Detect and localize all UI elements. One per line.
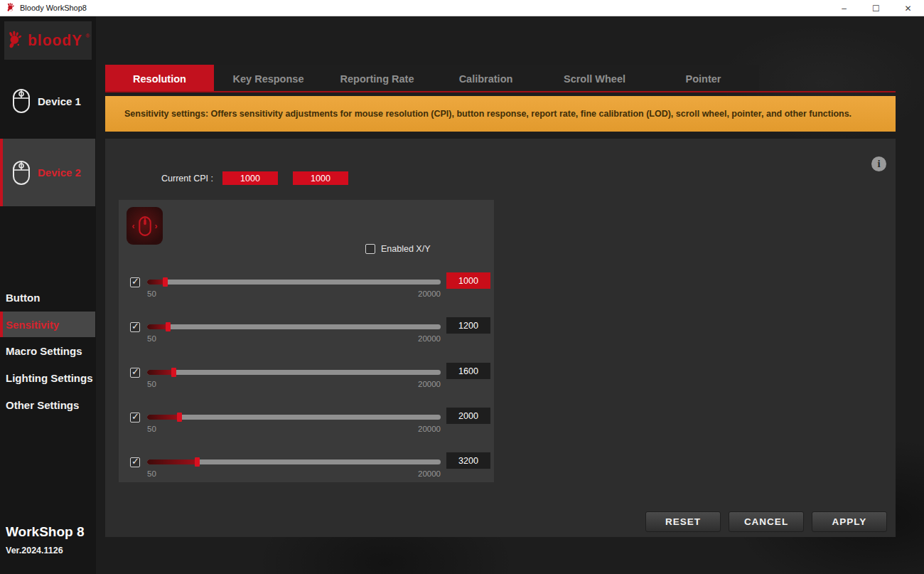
- sidebar-item-button[interactable]: Button: [0, 285, 96, 310]
- minimize-button[interactable]: –: [828, 0, 860, 16]
- cpi-row-5-value[interactable]: 3200: [446, 452, 490, 469]
- sidebar-item-sensitivity[interactable]: Sensitivity: [0, 312, 95, 337]
- cpi-row-3-slider[interactable]: [147, 370, 441, 375]
- slider-max-label: 20000: [299, 425, 441, 433]
- slider-fill: [147, 370, 174, 375]
- arrow-right-icon: ›: [155, 221, 158, 231]
- cpi-row-1-checkbox[interactable]: [130, 277, 140, 287]
- sidebar-item-other-settings[interactable]: Other Settings: [0, 392, 96, 418]
- cancel-button[interactable]: CANCEL: [729, 511, 804, 532]
- cpi-value-button-2[interactable]: 1000: [293, 171, 348, 185]
- tab-underline: [105, 91, 896, 92]
- sidebar-item-device-2[interactable]: Device 2: [0, 139, 95, 206]
- cpi-row-4-checkbox[interactable]: [130, 413, 140, 422]
- cpi-row-5-checkbox[interactable]: [130, 457, 140, 467]
- cpi-slider-row-2: 1200 50 20000: [119, 319, 494, 347]
- slider-min-label: 50: [147, 380, 156, 388]
- slider-fill: [147, 280, 166, 285]
- cpi-row-4-slider[interactable]: [147, 415, 441, 420]
- banner-text: Sensitivity settings: Offers sensitivity…: [124, 109, 852, 119]
- workshop-title: WorkShop 8: [6, 524, 85, 540]
- sidebar-item-device-1[interactable]: Device 1: [0, 77, 95, 125]
- bloody-logo-reg: ®: [85, 33, 90, 39]
- mouse-xy-icon[interactable]: ‹ ›: [127, 207, 163, 245]
- slider-fill: [147, 415, 180, 420]
- slider-thumb[interactable]: [195, 457, 200, 467]
- cpi-row-2-checkbox[interactable]: [130, 322, 140, 332]
- cpi-row-2-slider[interactable]: [147, 324, 441, 329]
- cpi-row-3-value[interactable]: 1600: [446, 363, 490, 379]
- tab-label: Calibration: [459, 73, 513, 85]
- tab-label: Resolution: [133, 73, 186, 85]
- tab-calibration[interactable]: Calibration: [431, 65, 540, 92]
- device-2-label: Device 2: [38, 166, 81, 179]
- slider-fill: [147, 324, 168, 329]
- slider-max-label: 20000: [299, 289, 441, 298]
- workshop-version: Ver.2024.1126: [6, 546, 63, 556]
- info-banner: Sensitivity settings: Offers sensitivity…: [105, 96, 896, 132]
- main-content: Resolution Key Response Reporting Rate C…: [96, 16, 924, 574]
- device-1-label: Device 1: [38, 95, 81, 107]
- cpi-slider-row-5: 3200 50 20000: [119, 454, 494, 482]
- slider-max-label: 20000: [299, 469, 441, 478]
- bloody-logo: bloodY ®: [4, 21, 92, 60]
- slider-thumb[interactable]: [177, 413, 182, 422]
- tab-key-response[interactable]: Key Response: [214, 65, 323, 92]
- tab-scroll-wheel[interactable]: Scroll Wheel: [540, 65, 649, 92]
- enabled-xy-label: Enabled X/Y: [381, 244, 431, 254]
- mouse-icon: [11, 160, 31, 186]
- bloody-logo-text: bloodY: [28, 31, 82, 49]
- tab-bar: Resolution Key Response Reporting Rate C…: [105, 65, 759, 92]
- sidebar: bloodY ® Device 1 Device 2 Button Sensit…: [0, 16, 96, 574]
- menu-label: Lighting Settings: [6, 372, 92, 384]
- menu-label: Macro Settings: [6, 345, 82, 357]
- title-bar: Bloody WorkShop8 – ☐ ✕: [0, 0, 924, 16]
- bloody-handprint-icon: [6, 30, 25, 51]
- menu-label: Other Settings: [6, 399, 79, 411]
- current-cpi-label: Current CPI :: [161, 174, 213, 184]
- cpi-slider-row-1: 1000 50 20000: [119, 274, 494, 302]
- cpi-row-2-value[interactable]: 1200: [446, 317, 490, 334]
- tab-label: Scroll Wheel: [564, 73, 625, 85]
- cpi-slider-row-3: 1600 50 20000: [119, 364, 494, 393]
- slider-min-label: 50: [147, 425, 156, 433]
- enabled-xy-checkbox[interactable]: [365, 244, 375, 254]
- slider-fill: [147, 459, 198, 464]
- current-cpi-row: Current CPI : 1000 1000: [161, 171, 348, 185]
- cpi-row-4-value[interactable]: 2000: [446, 408, 490, 424]
- reset-button[interactable]: RESET: [645, 511, 721, 532]
- window-title: Bloody WorkShop8: [20, 4, 87, 12]
- tab-resolution[interactable]: Resolution: [105, 65, 214, 92]
- maximize-button[interactable]: ☐: [860, 0, 892, 16]
- cpi-row-1-value[interactable]: 1000: [446, 272, 490, 289]
- sidebar-item-lighting-settings[interactable]: Lighting Settings: [0, 365, 96, 390]
- cpi-row-1-slider[interactable]: [147, 280, 441, 285]
- slider-thumb[interactable]: [163, 277, 168, 287]
- tab-label: Key Response: [233, 73, 304, 85]
- tab-label: Reporting Rate: [340, 73, 414, 85]
- slider-thumb[interactable]: [171, 368, 176, 377]
- slider-max-label: 20000: [299, 380, 441, 388]
- enabled-xy-row: Enabled X/Y: [365, 244, 431, 254]
- close-button[interactable]: ✕: [892, 0, 924, 16]
- tab-pointer[interactable]: Pointer: [649, 65, 758, 92]
- cpi-slider-panel: ‹ › Enabled X/Y 1000 50 20000: [119, 200, 494, 482]
- cpi-value-button-1[interactable]: 1000: [222, 171, 278, 185]
- slider-min-label: 50: [147, 469, 156, 478]
- app-body: bloodY ® Device 1 Device 2 Button Sensit…: [0, 16, 924, 574]
- tab-reporting-rate[interactable]: Reporting Rate: [323, 65, 431, 92]
- apply-button[interactable]: APPLY: [812, 511, 887, 532]
- menu-label: Sensitivity: [6, 319, 59, 331]
- sidebar-item-macro-settings[interactable]: Macro Settings: [0, 338, 96, 363]
- mouse-icon: [11, 88, 31, 114]
- red-mouse-icon: [136, 214, 154, 238]
- cpi-row-3-checkbox[interactable]: [130, 368, 140, 378]
- cpi-slider-row-4: 2000 50 20000: [119, 409, 494, 437]
- arrow-left-icon: ‹: [132, 221, 135, 231]
- tab-label: Pointer: [686, 73, 721, 85]
- bloody-hand-icon: [6, 3, 16, 13]
- cpi-row-5-slider[interactable]: [147, 459, 441, 464]
- slider-thumb[interactable]: [166, 322, 171, 331]
- info-icon[interactable]: i: [871, 156, 886, 171]
- menu-label: Button: [6, 292, 40, 304]
